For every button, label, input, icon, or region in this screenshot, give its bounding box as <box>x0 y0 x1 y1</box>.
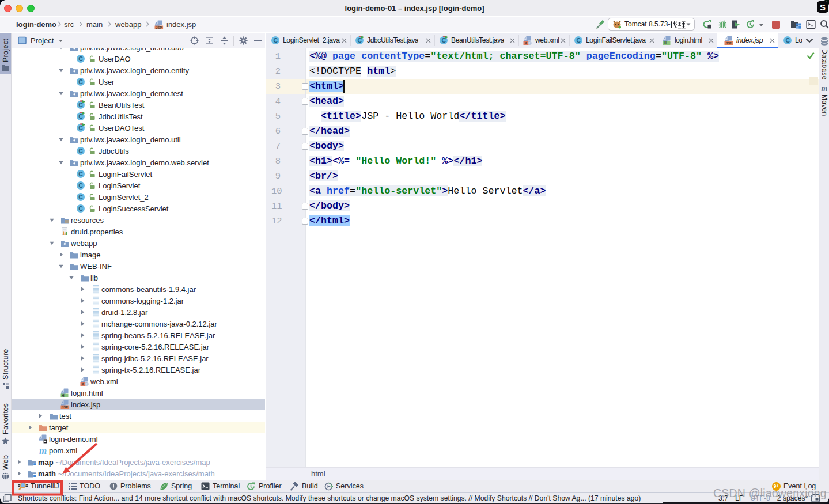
svg-text:H: H <box>664 41 667 45</box>
svg-text:C: C <box>78 205 83 212</box>
svg-text:JSP: JSP <box>726 41 732 45</box>
svg-text:C: C <box>78 182 83 189</box>
svg-text:C: C <box>785 37 790 44</box>
svg-text:C: C <box>78 78 83 85</box>
svg-text:m: m <box>39 446 47 455</box>
svg-text:C: C <box>576 37 581 44</box>
svg-text:C: C <box>78 194 83 200</box>
svg-text:JSP: JSP <box>62 406 68 409</box>
svg-text:C: C <box>78 147 83 154</box>
svg-text:H: H <box>62 393 65 397</box>
svg-text:JSP: JSP <box>156 26 162 29</box>
svg-text:<: < <box>82 382 84 386</box>
svg-text:C: C <box>78 55 83 62</box>
svg-text:C: C <box>273 37 278 44</box>
svg-text:C: C <box>78 170 83 177</box>
svg-text:m: m <box>822 84 828 93</box>
